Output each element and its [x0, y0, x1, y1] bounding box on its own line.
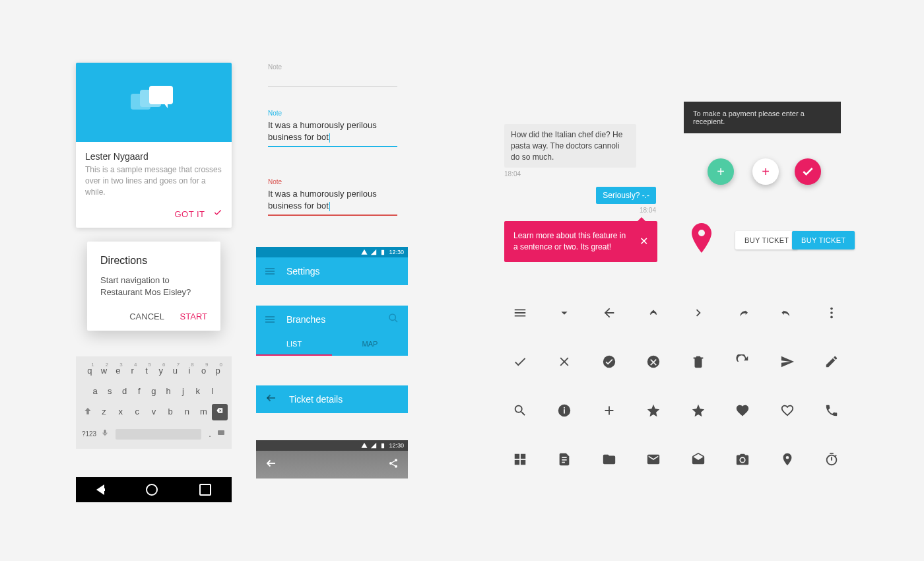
favorite-icon[interactable]: [721, 401, 766, 420]
key-w[interactable]: w2: [97, 363, 112, 378]
svg-point-2: [389, 314, 395, 320]
key-b[interactable]: b: [162, 404, 179, 420]
message-card: Lester Nygaard This is a sample message …: [76, 63, 232, 228]
textfield-focused[interactable]: Note It was a humorously perilous busine…: [268, 110, 397, 147]
svg-line-11: [392, 464, 395, 466]
arrow-up-icon[interactable]: [632, 304, 676, 322]
undo-icon[interactable]: [765, 304, 810, 322]
more-vert-icon[interactable]: [810, 304, 855, 322]
favorite-outline-icon[interactable]: [765, 401, 810, 420]
textfield-empty[interactable]: Note: [268, 63, 397, 87]
status-bar: 12:30: [256, 247, 408, 257]
soft-keyboard[interactable]: q1w2e3r4t5y6u7i8o9p0 asdfghjkl zxcvbnm ?…: [76, 356, 232, 449]
fab-add-white[interactable]: +: [752, 158, 779, 185]
fab-add-teal[interactable]: +: [708, 158, 734, 185]
check-circle-icon[interactable]: [587, 352, 632, 371]
svg-rect-20: [515, 454, 519, 459]
hamburger-icon[interactable]: [265, 316, 275, 323]
arrow-back-icon[interactable]: [587, 304, 632, 322]
star-icon[interactable]: [632, 401, 676, 420]
camera-icon[interactable]: [721, 450, 766, 469]
key-u[interactable]: u7: [168, 363, 183, 378]
back-icon[interactable]: [265, 392, 277, 407]
gotit-button[interactable]: GOT IT: [174, 209, 205, 219]
share-icon[interactable]: [388, 458, 399, 471]
fab-done[interactable]: [795, 158, 821, 185]
appbar-title: Settings: [286, 266, 320, 277]
svg-rect-25: [562, 459, 567, 461]
buy-ticket-raised-button[interactable]: BUY TICKET: [792, 231, 855, 249]
hamburger-icon[interactable]: [265, 268, 275, 275]
mic-key[interactable]: [98, 426, 112, 442]
cancel-button[interactable]: CANCEL: [129, 312, 164, 321]
close-icon[interactable]: ✕: [640, 234, 648, 249]
key-y[interactable]: y6: [154, 363, 168, 378]
phone-icon[interactable]: [810, 401, 855, 420]
key-o[interactable]: o9: [197, 363, 211, 378]
star-icon[interactable]: [676, 401, 721, 420]
key-j[interactable]: j: [176, 383, 190, 399]
info-icon[interactable]: [543, 401, 587, 420]
spacebar-key[interactable]: [116, 429, 201, 440]
svg-line-3: [395, 319, 397, 322]
tab-list[interactable]: LIST: [256, 333, 332, 356]
refresh-icon[interactable]: [721, 352, 766, 371]
key-p[interactable]: p0: [211, 363, 225, 378]
key-f[interactable]: f: [132, 383, 147, 399]
key-l[interactable]: l: [205, 383, 220, 399]
add-icon[interactable]: [587, 401, 632, 420]
enter-key[interactable]: [214, 426, 228, 442]
dropdown-icon[interactable]: [543, 304, 587, 322]
textfield-error[interactable]: Note It was a humorously perilous busine…: [268, 178, 397, 216]
key-h[interactable]: h: [161, 383, 176, 399]
shift-key[interactable]: [80, 404, 96, 420]
nav-back-icon[interactable]: [96, 484, 104, 495]
check-icon[interactable]: [498, 352, 543, 371]
numbers-key[interactable]: ?123: [80, 428, 98, 440]
key-r[interactable]: r4: [125, 363, 140, 378]
description-icon[interactable]: [543, 450, 587, 469]
place-icon[interactable]: [765, 450, 810, 469]
folder-icon[interactable]: [587, 450, 632, 469]
send-icon[interactable]: [765, 352, 810, 371]
key-a[interactable]: a: [88, 383, 102, 399]
key-e[interactable]: e3: [111, 363, 125, 378]
key-i[interactable]: i8: [182, 363, 197, 378]
key-z[interactable]: z: [96, 404, 112, 420]
key-v[interactable]: v: [145, 404, 162, 420]
cancel-circle-icon[interactable]: [632, 352, 676, 371]
nav-recent-icon[interactable]: [199, 484, 211, 496]
tab-map[interactable]: MAP: [332, 333, 408, 356]
edit-icon[interactable]: [810, 352, 855, 371]
period-key[interactable]: .: [205, 426, 214, 442]
back-icon[interactable]: [265, 457, 277, 472]
start-button[interactable]: START: [180, 312, 207, 321]
arrow-forward-icon[interactable]: [676, 304, 721, 322]
search-icon[interactable]: [498, 401, 543, 420]
chat-outgoing: Seriously? -.-: [596, 187, 656, 204]
key-c[interactable]: c: [129, 404, 145, 420]
appbar-gray: 12:30: [256, 440, 408, 478]
delete-icon[interactable]: [676, 352, 721, 371]
key-s[interactable]: s: [102, 383, 117, 399]
chat-incoming: How did the Italian chef die? He pasta w…: [504, 124, 636, 168]
close-icon[interactable]: [543, 352, 587, 371]
key-n[interactable]: n: [179, 404, 195, 420]
mail-icon[interactable]: [632, 450, 676, 469]
key-d[interactable]: d: [117, 383, 131, 399]
key-m[interactable]: m: [195, 404, 212, 420]
key-k[interactable]: k: [191, 383, 205, 399]
buy-ticket-flat-button[interactable]: BUY TICKET: [735, 231, 798, 249]
backspace-key[interactable]: [212, 404, 228, 420]
search-icon[interactable]: [388, 313, 399, 326]
key-x[interactable]: x: [112, 404, 129, 420]
dashboard-icon[interactable]: [498, 450, 543, 469]
hamburger-icon[interactable]: [498, 304, 543, 322]
drafts-icon[interactable]: [676, 450, 721, 469]
nav-home-icon[interactable]: [146, 484, 158, 496]
key-g[interactable]: g: [147, 383, 161, 399]
timer-icon[interactable]: [810, 450, 855, 469]
key-t[interactable]: t5: [139, 363, 154, 378]
redo-icon[interactable]: [721, 304, 766, 322]
key-q[interactable]: q1: [82, 363, 97, 378]
